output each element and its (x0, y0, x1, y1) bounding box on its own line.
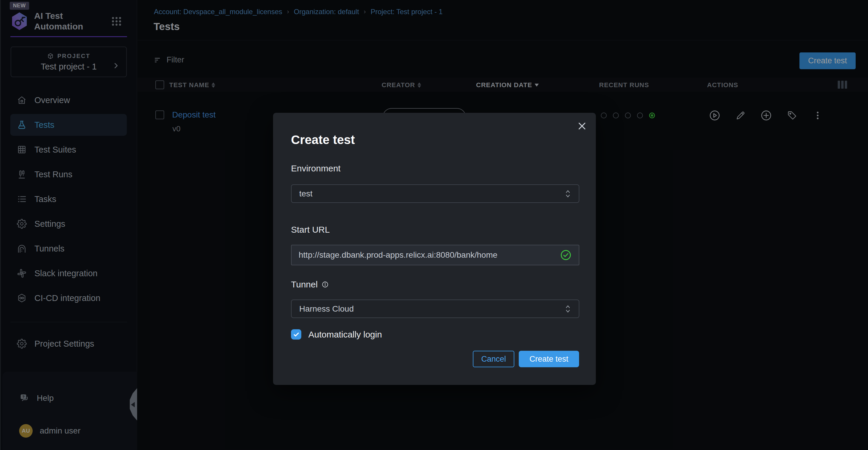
modal-actions: Cancel Create test (473, 351, 579, 367)
tunnel-value: Harness Cloud (299, 304, 565, 314)
select-chevrons-icon (565, 305, 571, 313)
tunnel-label: Tunnel (291, 280, 329, 289)
app-window: NEW AI Test Automation (0, 0, 868, 450)
start-url-input[interactable] (299, 250, 560, 260)
tunnel-select[interactable]: Harness Cloud (291, 300, 579, 318)
auto-login-checkbox-row[interactable]: Automatically login (291, 329, 382, 340)
environment-value: test (299, 189, 565, 198)
select-chevrons-icon (565, 189, 571, 198)
info-icon[interactable] (321, 281, 329, 288)
valid-check-icon (560, 249, 572, 261)
close-icon[interactable] (577, 121, 587, 131)
checkbox-checked-icon[interactable] (291, 329, 301, 340)
modal-create-test-button[interactable]: Create test (519, 351, 579, 367)
environment-select[interactable]: test (291, 185, 579, 203)
environment-label: Environment (291, 164, 340, 173)
auto-login-label: Automatically login (308, 330, 382, 340)
start-url-label: Start URL (291, 225, 330, 235)
cancel-button[interactable]: Cancel (473, 351, 514, 367)
create-test-modal: Create test Environment test Start URL T… (273, 113, 596, 385)
start-url-field (291, 245, 579, 265)
modal-title: Create test (291, 133, 355, 147)
